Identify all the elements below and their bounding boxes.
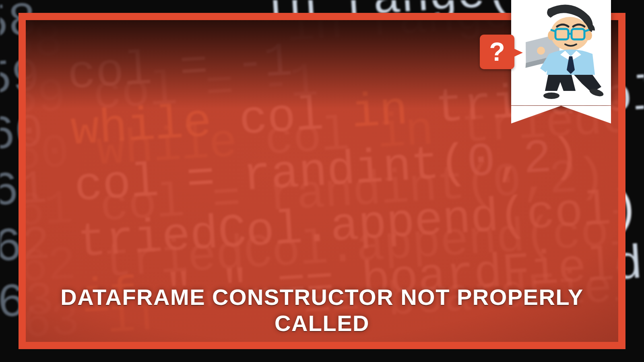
- top-vignette: [26, 20, 618, 109]
- orange-frame: 58 in range(59 col = -160 while col in t…: [19, 13, 625, 349]
- hero-graphic: 58 in range(59 col = -160 while col in t…: [0, 0, 644, 362]
- headline-text: DATAFRAME CONSTRUCTOR NOT PROPERLY CALLE…: [26, 284, 618, 336]
